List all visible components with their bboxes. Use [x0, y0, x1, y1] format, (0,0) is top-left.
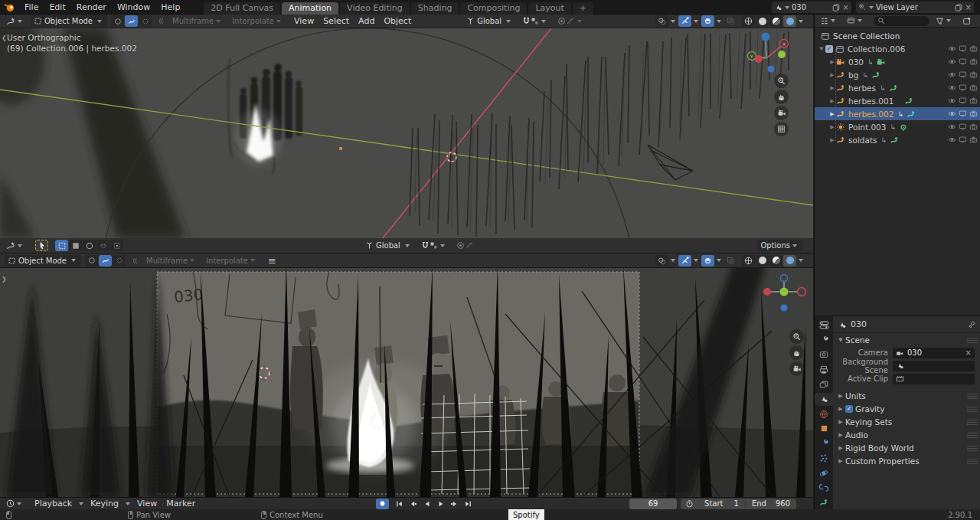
- tab-tool[interactable]: [815, 333, 833, 346]
- gp-origin-cursor-toggle[interactable]: [113, 255, 126, 267]
- collection-checkbox[interactable]: ✓: [825, 45, 833, 53]
- use-preview-range-toggle[interactable]: [681, 499, 698, 508]
- next-keyframe-button[interactable]: [448, 499, 461, 509]
- show-overlays-toggle[interactable]: [655, 255, 668, 267]
- outliner-row-scene-collection[interactable]: Scene Collection: [815, 29, 980, 42]
- tab-object-data[interactable]: [815, 496, 833, 509]
- transform-orientation-dropdown[interactable]: Global: [362, 240, 415, 251]
- panel-audio[interactable]: ▶Audio: [833, 428, 980, 441]
- clear-camera-icon[interactable]: ×: [965, 348, 972, 357]
- play-button[interactable]: [434, 499, 447, 509]
- disable-viewport-icon[interactable]: [959, 83, 967, 92]
- snap-dropdown[interactable]: [519, 15, 551, 27]
- start-frame-field[interactable]: Start1: [698, 499, 745, 508]
- unlink-scene-icon[interactable]: ×: [843, 3, 849, 11]
- remove-view-layer-icon[interactable]: ×: [965, 3, 972, 11]
- menu-edit[interactable]: Edit: [44, 0, 70, 15]
- editor-type-button[interactable]: [3, 240, 28, 251]
- menu-marker[interactable]: Marker: [162, 499, 200, 509]
- menu-view[interactable]: View: [132, 499, 162, 509]
- outliner-row-object[interactable]: ▶ herbes.001: [815, 94, 980, 107]
- menu-help[interactable]: Help: [155, 0, 185, 15]
- multiframe-toggle[interactable]: [130, 255, 143, 267]
- disable-viewport-icon[interactable]: [959, 44, 967, 53]
- hide-viewport-icon[interactable]: [948, 123, 956, 131]
- outliner-row-object[interactable]: ▶ Point.003 ↳: [815, 120, 980, 133]
- expand-arrow-icon[interactable]: ▶: [828, 111, 836, 117]
- expand-arrow-icon[interactable]: ▶: [828, 85, 836, 91]
- show-gizmo-toggle[interactable]: [678, 15, 691, 27]
- multiframe-dropdown[interactable]: Multiframe: [169, 15, 226, 27]
- select-mode-circle[interactable]: [83, 240, 96, 251]
- tab-layout[interactable]: Layout: [528, 2, 570, 15]
- shading-solid-button[interactable]: [756, 15, 769, 27]
- view-layer-selector[interactable]: View Layer ×: [856, 2, 974, 13]
- panel-custom-properties[interactable]: ▶Custom Properties: [833, 454, 980, 467]
- gp-origin-surface-toggle[interactable]: [125, 15, 138, 27]
- active-tool-button[interactable]: [35, 240, 48, 251]
- current-frame-field[interactable]: 69: [629, 499, 677, 509]
- interpolate-dropdown[interactable]: Interpolate: [229, 15, 286, 27]
- disable-render-icon[interactable]: [969, 57, 978, 66]
- new-scene-icon[interactable]: [832, 4, 840, 11]
- outliner-row-object[interactable]: ▶ soldats ↳: [815, 133, 980, 146]
- disable-render-icon[interactable]: [969, 70, 978, 79]
- interpolate-dropdown[interactable]: Interpolate: [203, 255, 260, 267]
- background-scene-field[interactable]: [893, 361, 975, 371]
- select-mode-tweak[interactable]: [55, 240, 68, 251]
- sidebar-toggle-arrow[interactable]: ❮: [2, 34, 7, 41]
- disable-viewport-icon[interactable]: [959, 123, 967, 131]
- select-mode-lasso[interactable]: [96, 240, 109, 251]
- transform-orientation-dropdown[interactable]: Global: [463, 15, 516, 27]
- viewport-top-canvas[interactable]: YX User Orthographic (69) Collection.006…: [0, 28, 813, 238]
- pan-button[interactable]: [774, 90, 789, 104]
- multiframe-dropdown[interactable]: Multiframe: [143, 255, 200, 267]
- gp-origin-surface-toggle[interactable]: [99, 255, 112, 267]
- display-mode-dropdown[interactable]: [844, 15, 867, 27]
- tab-modifiers[interactable]: [815, 437, 833, 450]
- proportional-edit-dropdown[interactable]: [453, 240, 477, 251]
- tab-physics[interactable]: [815, 466, 833, 479]
- disable-render-icon[interactable]: [969, 110, 978, 118]
- gp-origin-stroke-toggle[interactable]: [85, 255, 98, 267]
- editor-type-button[interactable]: [3, 15, 28, 27]
- end-frame-field[interactable]: End960: [745, 499, 796, 508]
- annotation-visibility-toggle[interactable]: [701, 255, 714, 267]
- camera-field[interactable]: 030 ×: [893, 348, 975, 358]
- disable-viewport-icon[interactable]: [959, 110, 967, 118]
- tab-constraints[interactable]: [815, 481, 833, 494]
- outliner-row-object[interactable]: ▶ bg ↳: [815, 68, 980, 81]
- jump-to-end-button[interactable]: [462, 499, 475, 509]
- hide-viewport-icon[interactable]: [948, 136, 956, 144]
- outliner-row-object-selected[interactable]: ▶ herbes.002 ↳: [815, 107, 980, 120]
- expand-arrow-icon[interactable]: ▶: [828, 137, 836, 143]
- pin-icon[interactable]: [968, 320, 976, 329]
- zoom-button[interactable]: [789, 329, 804, 344]
- hide-viewport-icon[interactable]: [948, 96, 956, 105]
- scene-selector[interactable]: 030 ×: [772, 2, 851, 13]
- tab-video-editing[interactable]: Video Editing: [340, 2, 410, 15]
- tab-animation[interactable]: Animation: [282, 2, 338, 15]
- menu-file[interactable]: File: [19, 0, 44, 15]
- menu-render[interactable]: Render: [71, 0, 112, 15]
- mode-dropdown[interactable]: Object Mode: [31, 15, 107, 27]
- editor-type-button[interactable]: [817, 15, 841, 27]
- panel-gravity[interactable]: ▶✓Gravity: [833, 402, 980, 415]
- show-gizmo-toggle[interactable]: [678, 255, 691, 267]
- shading-wireframe-button[interactable]: [742, 15, 755, 27]
- outliner-row-collection[interactable]: ▼ ✓ Collection.006: [815, 42, 980, 55]
- menu-add[interactable]: Add: [354, 16, 379, 26]
- disable-render-icon[interactable]: [969, 123, 978, 131]
- filter-dropdown[interactable]: [933, 15, 956, 27]
- xray-toggle[interactable]: [724, 15, 737, 27]
- multiframe-toggle[interactable]: [156, 15, 169, 27]
- disable-render-icon[interactable]: [969, 96, 978, 105]
- disable-viewport-icon[interactable]: [959, 70, 967, 79]
- disable-render-icon[interactable]: [969, 83, 978, 92]
- new-view-layer-icon[interactable]: [955, 4, 962, 11]
- collapsed-menus-button[interactable]: ≡: [263, 255, 281, 267]
- disable-viewport-icon[interactable]: [959, 136, 967, 144]
- snap-dropdown[interactable]: [418, 240, 450, 251]
- menu-playback[interactable]: Playback: [30, 499, 77, 509]
- hide-viewport-icon[interactable]: [948, 44, 956, 53]
